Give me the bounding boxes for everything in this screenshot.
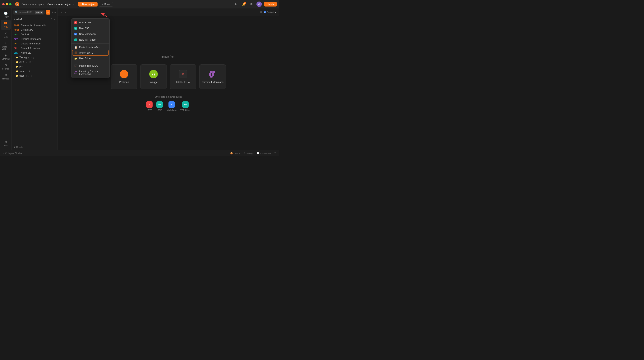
api-item-post-creates[interactable]: POST Creates list of users with [12,23,57,27]
create-button[interactable]: + Create [12,144,57,150]
api-item-put-replace[interactable]: PUT Replace Information [12,37,57,41]
dropdown-item-new-tcp[interactable]: TCP New TCP Client [72,37,110,43]
import-card-swagger[interactable]: {} Swagger [140,64,167,89]
sidebar-item-settings[interactable]: ⚙ Settings [1,62,11,71]
share-button[interactable]: ↗ Share [99,2,113,7]
community-button[interactable]: 💬 Community [257,152,271,155]
svg-text:✦: ✦ [123,72,125,76]
share-icon: ↗ [102,3,104,5]
new-markdown-icon: M [74,32,77,36]
collapse-icon: « [3,152,4,155]
api-item-pat-update[interactable]: PAT Update Information [12,41,57,46]
refresh-icon: ↻ [235,3,237,6]
sidebar-search-bar: 🔍 All ▾ + + ··· [12,8,57,16]
api-item-post-create-new[interactable]: POST Create New [12,27,57,32]
sidebar-item-apis[interactable]: APIs [1,20,11,30]
svg-rect-4 [4,23,6,24]
invite-label: Invite [268,3,274,5]
method-badge-post: POST [14,24,20,26]
dropdown-item-import-idea[interactable]: IJ Import from IDEA [72,63,110,69]
api-label: Creates list of users with [21,24,46,27]
dropdown-item-new-markdown[interactable]: M New Markdown [72,31,110,37]
import-card-intellij[interactable]: IJ IntelliJ IDEA [170,64,196,89]
info-icon: ⓘ [274,152,276,155]
collapse-icon[interactable]: ‹ [54,17,56,21]
collapse-sidebar-button[interactable]: « Collapse Sidebar [3,152,22,155]
method-badge-del: DEL [14,47,20,49]
refresh-button[interactable]: ↻ [234,1,239,7]
folder-icon: 📁 [16,65,18,68]
svg-text:IJ: IJ [182,72,184,76]
sidebar-item-history[interactable]: 🕐 History [1,10,11,19]
api-item-get-list[interactable]: GET Get List [12,32,57,37]
notification-button[interactable]: 🔔 3 [241,1,246,7]
new-req-markdown[interactable]: M Markdown [167,101,176,111]
plus-icon: + [266,3,268,5]
settings-button[interactable]: ⚙ Settings [244,152,254,155]
nav-prev-button[interactable]: ‹ [60,10,63,14]
dropdown-item-label: New HTTP [79,21,91,24]
tcp-icon: TCP [182,101,188,108]
cookie-button[interactable]: 🍪 Cookie [230,152,240,155]
sidebar-item-tests[interactable]: ✓ Tests [1,30,11,40]
env-selector[interactable]: D Default ▾ [264,11,276,13]
dropdown-item-paste[interactable]: 📋 Paste Interface/Text [72,44,110,50]
api-item-sse-new[interactable]: SSE New SSE [12,50,57,55]
new-folder-icon: 📁 [74,57,77,60]
grid-icon: ⊞ [14,18,15,21]
swagger-icon: {} [149,70,158,78]
close-button[interactable] [2,3,4,5]
dropdown-item-new-folder[interactable]: 📁 New Folder [72,55,110,61]
new-request-section: Or create a new request H HTTP [146,95,190,111]
sidebar-item-label: Settings [2,68,9,70]
sidebar-item-manage[interactable]: ⊞ Manage [1,72,11,81]
avatar[interactable]: C [256,1,262,7]
folder-apis[interactable]: › 📁 APIs (10) [12,60,57,64]
app-logo: 🦉 [15,2,20,6]
search-input[interactable] [19,11,34,13]
dropdown-item-import-chrome[interactable]: Import by Chrome Extensions [72,69,110,77]
filter-tag[interactable]: All ▾ [35,11,43,14]
minimize-button[interactable] [6,3,8,5]
folder-count-val: 7 [28,75,29,77]
new-req-http[interactable]: H HTTP [146,101,152,111]
new-req-sse[interactable]: SSE SSE [156,101,163,111]
folder-chevron-icon: › [14,61,14,63]
more-options-icon[interactable]: ··· [54,11,56,14]
env-icon: ⚙ [260,11,262,13]
folder-user[interactable]: › 📁 user (7) [12,73,57,78]
new-project-button[interactable]: + New project [78,2,98,6]
invite-button[interactable]: + Invite [264,2,277,6]
sync-icon[interactable]: ⟳ [50,17,53,21]
import-card-chrome[interactable]: Chrome Extensions [199,64,226,89]
tests-icon: ✓ [4,31,7,35]
svg-text:🦉: 🦉 [16,3,19,6]
sidebar-item-trash[interactable]: 🗑 Trash [1,139,11,148]
import-chrome-icon [74,71,77,74]
nav-next-button[interactable]: › [64,10,67,14]
sidebar-item-schemas[interactable]: ◈ Schemas [1,52,11,61]
traffic-lights [2,3,12,5]
dropdown-item-new-http[interactable]: H New HTTP [72,20,110,25]
folder-pet[interactable]: › 📁 pet (9) [12,64,57,69]
folder-store[interactable]: › 📁 store (4) [12,69,57,73]
info-button[interactable]: ⓘ [274,152,276,155]
dropdown-item-import-curl[interactable]: ↓ Import cURL [72,50,109,55]
dropdown-item-label: Import cURL [79,51,93,54]
add-button[interactable]: + [46,10,50,14]
maximize-button[interactable] [9,3,12,5]
layout-button[interactable]: ⊞ [249,1,254,7]
svg-rect-38 [76,71,77,72]
settings-label: Settings [246,152,254,155]
folder-testing[interactable]: › 📁 Testing (2) [12,55,57,60]
api-item-del-delete[interactable]: DEL Delete Information [12,46,57,50]
sidebar-item-share-docs[interactable]: ↑ Share Docs [1,40,11,51]
plus-tab-icon[interactable]: + [52,11,53,14]
dropdown-item-label: New Folder [79,57,92,60]
folder-name: user [19,74,24,77]
dropdown-item-new-sse[interactable]: SSE New SSE [72,25,110,31]
svg-rect-40 [76,72,76,73]
import-card-postman[interactable]: ✦ Postman [111,64,137,89]
new-req-tcp[interactable]: TCP TCP Client [180,101,190,111]
sidebar-item-label: Trash [3,145,8,147]
